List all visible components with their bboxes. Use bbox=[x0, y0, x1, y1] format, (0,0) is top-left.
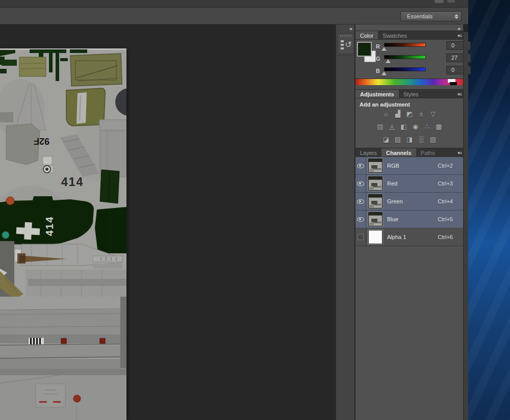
collapse-dock-icon[interactable]: « bbox=[349, 25, 352, 32]
channels-panel-group: Layers Channels Paths ▾≡ RGB Ctrl+2 bbox=[355, 148, 464, 420]
channel-shortcut: Ctrl+5 bbox=[438, 216, 453, 222]
workspace-switcher-dropdown[interactable]: Essentials bbox=[400, 11, 462, 21]
eye-icon[interactable] bbox=[357, 199, 364, 204]
channels-panel-content: RGB Ctrl+2 Red Ctrl+3 bbox=[355, 157, 464, 420]
brightness-contrast-icon[interactable]: ☼ bbox=[381, 110, 391, 118]
workspace-switcher-label: Essentials bbox=[407, 13, 432, 19]
channel-shortcut: Ctrl+4 bbox=[438, 198, 453, 204]
panel-menu-icon[interactable]: ▾≡ bbox=[457, 33, 462, 38]
panel-column: » Color Swatches ▾≡ R bbox=[355, 24, 463, 420]
screenshot-root: Essentials bbox=[0, 0, 510, 420]
spectrum-black-swatch[interactable] bbox=[450, 82, 457, 85]
titlebar-control bbox=[435, 0, 444, 3]
canvas-pasteboard[interactable]: 92F bbox=[0, 24, 336, 420]
panel-menu-icon[interactable]: ▾≡ bbox=[457, 150, 462, 155]
color-panel-group: Color Swatches ▾≡ R 0 bbox=[355, 31, 464, 89]
add-adjustment-heading: Add an adjustment bbox=[360, 101, 410, 108]
photo-filter-icon[interactable]: ◉ bbox=[411, 122, 420, 131]
black-white-icon[interactable]: ◧ bbox=[399, 122, 409, 131]
eye-icon[interactable] bbox=[357, 181, 364, 186]
tab-color[interactable]: Color bbox=[355, 31, 378, 39]
invert-icon[interactable]: ◪ bbox=[381, 135, 391, 144]
visibility-checkbox[interactable] bbox=[358, 234, 364, 240]
color-lookup-icon[interactable]: ▦ bbox=[434, 122, 444, 131]
channels-panel-tabbar: Layers Channels Paths ▾≡ bbox=[355, 148, 464, 157]
vibrance-icon[interactable]: ▽ bbox=[428, 110, 438, 118]
dock-divider bbox=[336, 55, 354, 56]
window-resize-edge[interactable] bbox=[463, 32, 468, 420]
options-bar: Essentials bbox=[0, 8, 468, 24]
red-slider-track[interactable] bbox=[384, 43, 426, 47]
adjustment-icons-row2: ▤ ◬ ◧ ◉ ∴ ▦ bbox=[355, 122, 464, 131]
channel-name: RGB bbox=[387, 163, 399, 169]
color-balance-icon[interactable]: ◬ bbox=[387, 122, 397, 131]
panel-dock-strip: « ↺ bbox=[336, 24, 355, 420]
color-panel-tabbar: Color Swatches ▾≡ bbox=[355, 31, 464, 40]
tab-adjustments[interactable]: Adjustments bbox=[355, 90, 399, 98]
channel-mixer-icon[interactable]: ∴ bbox=[422, 122, 432, 131]
green-slider-track[interactable] bbox=[384, 55, 426, 59]
channel-thumbnail[interactable] bbox=[368, 230, 382, 244]
color-spectrum-ramp[interactable] bbox=[355, 78, 464, 85]
color-panel-content: R 0 G 27 B bbox=[355, 40, 464, 89]
visibility-cell[interactable] bbox=[355, 175, 366, 193]
eye-icon[interactable] bbox=[357, 217, 364, 222]
tab-layers[interactable]: Layers bbox=[355, 148, 381, 156]
tab-styles[interactable]: Styles bbox=[399, 90, 423, 98]
grip-dots-icon bbox=[340, 35, 352, 37]
channel-name: Blue bbox=[387, 216, 398, 222]
foreground-color-swatch[interactable] bbox=[358, 43, 371, 56]
gradient-map-icon[interactable]: ▒ bbox=[417, 135, 426, 144]
channel-row-blue[interactable]: Blue Ctrl+5 bbox=[355, 211, 464, 228]
green-slider-thumb[interactable] bbox=[386, 59, 391, 63]
green-slider-label: G bbox=[376, 56, 382, 62]
red-slider-row: R 0 bbox=[376, 42, 457, 51]
posterize-icon[interactable]: ▨ bbox=[393, 135, 403, 144]
eye-icon[interactable] bbox=[357, 164, 364, 168]
channel-row-rgb[interactable]: RGB Ctrl+2 bbox=[355, 157, 464, 175]
channel-thumbnail[interactable] bbox=[368, 176, 382, 191]
visibility-cell[interactable] bbox=[355, 157, 366, 175]
channel-row-red[interactable]: Red Ctrl+3 bbox=[355, 175, 464, 193]
menu-bar bbox=[0, 0, 468, 8]
tab-swatches[interactable]: Swatches bbox=[378, 31, 412, 39]
channel-list: RGB Ctrl+2 Red Ctrl+3 bbox=[355, 157, 464, 246]
titlebar-control bbox=[447, 0, 455, 3]
exposure-icon[interactable]: ± bbox=[417, 110, 426, 118]
history-icon: ↺ bbox=[340, 38, 353, 51]
history-panel-button[interactable]: ↺ bbox=[338, 33, 354, 54]
visibility-cell[interactable] bbox=[355, 211, 366, 228]
green-slider-row: G 27 bbox=[376, 55, 457, 64]
blue-slider-thumb[interactable] bbox=[381, 71, 387, 75]
channel-thumbnail[interactable] bbox=[368, 212, 382, 226]
channel-row-green[interactable]: Green Ctrl+4 bbox=[355, 193, 464, 211]
tab-channels[interactable]: Channels bbox=[381, 148, 416, 156]
channel-shortcut: Ctrl+6 bbox=[438, 234, 453, 240]
windows-desktop-wallpaper[interactable] bbox=[468, 0, 510, 420]
red-slider-thumb[interactable] bbox=[381, 47, 387, 51]
curves-icon[interactable]: ◩ bbox=[405, 110, 415, 118]
channel-shortcut: Ctrl+2 bbox=[438, 163, 453, 169]
document-canvas[interactable]: 92F bbox=[0, 48, 126, 420]
selective-color-icon[interactable]: ▧ bbox=[428, 135, 438, 144]
spinner-arrows-icon[interactable] bbox=[453, 13, 459, 20]
channel-name: Alpha 1 bbox=[387, 234, 406, 240]
channel-row-alpha1[interactable]: Alpha 1 Ctrl+6 bbox=[355, 228, 464, 246]
channel-shortcut: Ctrl+3 bbox=[438, 180, 453, 187]
panel-menu-icon[interactable]: ▾≡ bbox=[457, 92, 462, 97]
levels-icon[interactable]: ▟ bbox=[393, 110, 403, 118]
tab-paths[interactable]: Paths bbox=[416, 148, 440, 156]
channel-thumbnail[interactable] bbox=[368, 194, 382, 208]
adjustments-panel-group: Adjustments Styles ▾≡ Add an adjustment … bbox=[355, 89, 464, 148]
adjustment-icons-row1: ☼ ▟ ◩ ± ▽ bbox=[355, 110, 464, 118]
blue-slider-track[interactable] bbox=[384, 67, 426, 71]
photoshop-window: Essentials bbox=[0, 0, 468, 420]
visibility-cell[interactable] bbox=[355, 228, 366, 246]
visibility-cell[interactable] bbox=[355, 193, 366, 211]
hue-saturation-icon[interactable]: ▤ bbox=[375, 122, 385, 131]
threshold-icon[interactable]: ◨ bbox=[405, 135, 415, 144]
blue-slider-row: B 0 bbox=[376, 67, 457, 76]
channel-thumbnail[interactable] bbox=[368, 159, 382, 173]
channel-name: Green bbox=[387, 198, 403, 204]
adjustment-icons-row3: ◪ ▨ ◨ ▒ ▧ bbox=[355, 135, 464, 144]
